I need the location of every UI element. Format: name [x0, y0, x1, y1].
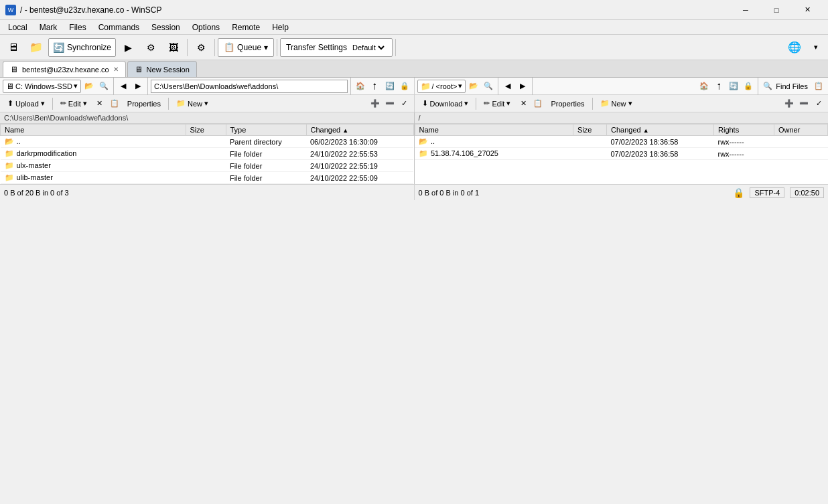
right-refresh-btn[interactable]: 🔄 — [727, 80, 740, 93]
left-root-btn[interactable]: ⭡ — [368, 80, 382, 93]
toolbar-right-dropdown[interactable]: ▾ — [807, 37, 825, 58]
right-col-owner[interactable]: Owner — [774, 124, 828, 136]
right-new-button[interactable]: 📁 New ▾ — [596, 96, 637, 111]
left-col-changed[interactable]: Changed ▲ — [306, 124, 413, 136]
folder-icon: 📁 — [29, 40, 44, 55]
right-edit-icon: ✏ — [484, 99, 490, 108]
menu-help[interactable]: Help — [267, 21, 294, 33]
right-minus-btn[interactable]: ➖ — [797, 97, 811, 110]
right-col-name[interactable]: Name — [415, 124, 573, 136]
toolbar-btn-4[interactable]: ⚙ — [140, 37, 161, 58]
left-nav-folder[interactable]: 📂 — [82, 80, 96, 93]
right-add-btn[interactable]: ➕ — [782, 97, 796, 110]
left-table-row[interactable]: 📁ulx-master File folder 24/10/2022 22:55… — [1, 160, 414, 172]
left-edit-arrow: ▾ — [83, 99, 87, 108]
right-copy-btn[interactable]: 📋 — [531, 97, 545, 110]
upload-arrow: ▾ — [41, 99, 45, 108]
left-new-button[interactable]: 📁 New ▾ — [171, 96, 213, 111]
title-bar: W / - bentest@u23zv.hexane.co - WinSCP ─… — [0, 0, 828, 20]
right-edit-button[interactable]: ✏ Edit ▾ — [479, 96, 515, 111]
right-table-row[interactable]: 📂.. 07/02/2023 18:36:58 rwx------ — [415, 136, 828, 148]
synchronize-icon: 🔄 — [53, 42, 64, 53]
left-sort-arrow: ▲ — [342, 127, 348, 134]
toolbar-right-1[interactable]: 🌐 — [784, 37, 805, 58]
earth-icon: 🌐 — [787, 40, 802, 55]
right-file-size — [573, 148, 607, 160]
right-extra-btn[interactable]: 📋 — [812, 80, 825, 93]
upload-button[interactable]: ⬆ Upload ▾ — [3, 96, 50, 111]
left-add-btn[interactable]: ➕ — [368, 97, 382, 110]
menu-commands[interactable]: Commands — [93, 21, 145, 33]
toolbar-btn-3[interactable]: ▶ — [117, 37, 139, 58]
left-table-row[interactable]: 📁darkrpmodification File folder 24/10/20… — [1, 148, 414, 160]
left-copy-btn[interactable]: 📋 — [108, 97, 121, 110]
left-check-btn[interactable]: ✓ — [398, 97, 411, 110]
menu-remote[interactable]: Remote — [226, 21, 265, 33]
left-col-type[interactable]: Type — [226, 124, 306, 136]
right-delete-btn[interactable]: ✕ — [516, 97, 530, 110]
left-forward-btn[interactable]: ▶ — [131, 80, 145, 93]
close-button[interactable]: ✕ — [792, 0, 823, 20]
left-table-row[interactable]: 📁ulib-master File folder 24/10/2022 22:5… — [1, 172, 414, 184]
left-col-name[interactable]: Name — [1, 124, 186, 136]
toolbar-settings[interactable]: ⚙ — [190, 37, 212, 58]
left-col-size[interactable]: Size — [186, 124, 226, 136]
download-button[interactable]: ⬇ Download ▾ — [417, 96, 474, 111]
right-home-btn[interactable]: 🏠 — [697, 80, 711, 93]
right-lock-btn[interactable]: 🔒 — [742, 80, 755, 93]
upload-label: Upload — [15, 100, 39, 108]
transfer-settings-select[interactable]: Default — [350, 43, 387, 52]
left-refresh-btn[interactable]: 🔄 — [383, 80, 397, 93]
right-root-btn[interactable]: ⭡ — [712, 80, 726, 93]
right-file-changed: 07/02/2023 18:36:58 — [607, 136, 714, 148]
minimize-button[interactable]: ─ — [730, 0, 761, 20]
toolbar-btn-2[interactable]: 📁 — [25, 37, 47, 58]
left-drive-dropdown[interactable]: 🖥 C: Windows-SSD ▾ — [3, 80, 81, 93]
download-icon: ⬇ — [422, 99, 428, 108]
left-properties-btn[interactable]: Properties — [123, 96, 165, 111]
right-address-bar: 📁 / <root> ▾ 📂 🔍 ◀ ▶ 🏠 ⭡ 🔄 🔒 🔍 Find File… — [415, 78, 829, 94]
tab-session[interactable]: 🖥 bentest@u23zv.hexane.co ✕ — [3, 61, 126, 77]
left-table-row[interactable]: 📂.. Parent directory 06/02/2023 16:30:09 — [1, 136, 414, 148]
menu-options[interactable]: Options — [187, 21, 225, 33]
right-path-dropdown[interactable]: 📁 / <root> ▾ — [417, 80, 466, 93]
right-col-rights[interactable]: Rights — [714, 124, 774, 136]
left-minus-btn[interactable]: ➖ — [383, 97, 397, 110]
menu-session[interactable]: Session — [146, 21, 186, 33]
find-files-btn[interactable]: 🔍 — [761, 80, 774, 93]
right-properties-btn[interactable]: Properties — [546, 96, 589, 111]
tab-new-session[interactable]: 🖥 New Session — [127, 61, 197, 77]
right-back-btn[interactable]: ◀ — [501, 80, 514, 93]
left-path-input[interactable] — [151, 80, 348, 93]
toolbar-btn-5[interactable]: 🖼 — [163, 37, 184, 58]
right-path-icon: 📁 — [421, 82, 431, 91]
right-col-size[interactable]: Size — [573, 124, 607, 136]
left-file-table[interactable]: Name Size Type Changed ▲ 📂.. Parent dire… — [0, 124, 414, 184]
maximize-button[interactable]: □ — [761, 0, 792, 20]
right-forward-btn[interactable]: ▶ — [516, 80, 529, 93]
right-table-row[interactable]: 📁51.38.74.106_27025 07/02/2023 18:36:58 … — [415, 148, 828, 160]
right-filter-btn[interactable]: 🔍 — [482, 80, 495, 93]
left-file-type: File folder — [226, 148, 306, 160]
left-file-name: 📁ulib-master — [1, 172, 186, 184]
tab-session-close[interactable]: ✕ — [113, 66, 119, 73]
left-edit-button[interactable]: ✏ Edit ▾ — [56, 96, 92, 111]
left-lock-btn[interactable]: 🔒 — [398, 80, 411, 93]
right-nav-folder[interactable]: 📂 — [467, 80, 480, 93]
left-back-btn[interactable]: ◀ — [117, 80, 130, 93]
menu-mark[interactable]: Mark — [34, 21, 63, 33]
right-col-changed[interactable]: Changed ▲ — [607, 124, 714, 136]
toolbar-btn-1[interactable]: 🖥 — [3, 37, 24, 58]
left-filter-btn[interactable]: 🔍 — [97, 80, 111, 93]
right-file-owner — [774, 148, 828, 160]
menu-files[interactable]: Files — [64, 21, 91, 33]
synchronize-button[interactable]: 🔄 Synchronize — [48, 38, 116, 57]
left-new-arrow: ▾ — [204, 99, 208, 108]
right-file-table[interactable]: Name Size Changed ▲ Rights Owner 📂.. 07/… — [415, 124, 829, 184]
menu-local[interactable]: Local — [3, 21, 33, 33]
left-delete-btn[interactable]: ✕ — [93, 97, 107, 110]
right-properties-label: Properties — [551, 100, 584, 108]
queue-button[interactable]: 📋 Queue ▾ — [218, 38, 274, 57]
left-home-btn[interactable]: 🏠 — [354, 80, 367, 93]
right-check-btn[interactable]: ✓ — [812, 97, 825, 110]
